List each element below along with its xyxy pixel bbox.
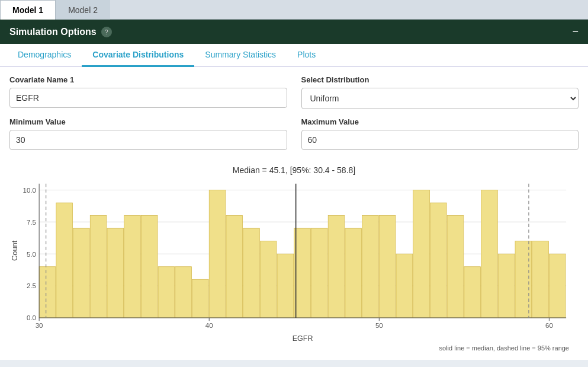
svg-rect-10 <box>39 267 56 318</box>
svg-rect-36 <box>481 190 498 318</box>
svg-text:50: 50 <box>375 321 383 329</box>
svg-rect-24 <box>277 254 294 318</box>
svg-rect-15 <box>124 216 141 318</box>
tab-summary-statistics[interactable]: Summary Statistics <box>194 44 287 67</box>
svg-rect-26 <box>311 228 327 318</box>
svg-rect-31 <box>396 254 413 318</box>
svg-text:10.0: 10.0 <box>23 186 37 194</box>
tab-demographics[interactable]: Demographics <box>7 44 82 67</box>
minimize-button[interactable]: − <box>572 25 579 38</box>
svg-rect-34 <box>447 216 464 318</box>
sim-header-left: Simulation Options ? <box>9 27 112 37</box>
svg-text:0.0: 0.0 <box>27 314 36 321</box>
tab-model2[interactable]: Model 2 <box>56 0 110 20</box>
svg-rect-12 <box>73 228 90 318</box>
form-row-bottom: Minimum Value Maximum Value <box>9 117 579 150</box>
svg-text:7.5: 7.5 <box>27 218 36 226</box>
svg-rect-18 <box>175 267 192 318</box>
maximum-value-group: Maximum Value <box>301 117 579 150</box>
chart-legend: solid line = median, dashed line = 95% r… <box>9 343 579 354</box>
svg-rect-23 <box>260 241 277 318</box>
svg-text:2.5: 2.5 <box>27 282 36 289</box>
select-distribution-group: Select Distribution Uniform Normal Log-N… <box>301 75 579 109</box>
svg-rect-39 <box>532 241 549 318</box>
select-distribution-label: Select Distribution <box>301 75 579 84</box>
maximum-value-input[interactable] <box>301 130 579 150</box>
svg-rect-22 <box>243 228 260 318</box>
svg-rect-17 <box>158 267 175 318</box>
svg-rect-33 <box>430 203 446 318</box>
svg-rect-25 <box>294 228 311 318</box>
chart-title: Median = 45.1, [95%: 30.4 - 58.8] <box>9 165 579 175</box>
svg-rect-35 <box>464 267 481 318</box>
minimum-value-group: Minimum Value <box>9 117 287 150</box>
svg-text:Count: Count <box>10 240 19 261</box>
simulation-options-title: Simulation Options <box>9 27 97 37</box>
svg-rect-20 <box>209 190 226 318</box>
maximum-value-label: Maximum Value <box>301 117 579 126</box>
help-icon[interactable]: ? <box>101 27 112 37</box>
svg-rect-28 <box>345 228 362 318</box>
tab-plots[interactable]: Plots <box>287 44 326 67</box>
svg-rect-14 <box>107 228 124 318</box>
inner-tabs-bar: Demographics Covariate Distributions Sum… <box>0 44 588 67</box>
form-section: Covariate Name 1 Select Distribution Uni… <box>0 67 588 163</box>
simulation-options-header: Simulation Options ? − <box>0 20 588 44</box>
chart-container: Median = 45.1, [95%: 30.4 - 58.8] 0.02.5… <box>0 163 588 360</box>
svg-rect-27 <box>328 216 345 318</box>
svg-rect-32 <box>413 190 430 318</box>
distribution-select[interactable]: Uniform Normal Log-Normal Fixed <box>301 88 579 109</box>
svg-text:30: 30 <box>36 321 43 329</box>
top-tabs-bar: Model 1 Model 2 <box>0 0 588 20</box>
svg-rect-16 <box>141 216 158 318</box>
covariate-name-group: Covariate Name 1 <box>9 75 287 109</box>
svg-text:EGFR: EGFR <box>293 334 313 343</box>
svg-text:5.0: 5.0 <box>27 250 36 257</box>
svg-rect-40 <box>549 254 565 318</box>
svg-text:60: 60 <box>545 321 553 329</box>
chart-wrap: 0.02.55.07.510.030405060CountEGFR <box>9 177 579 343</box>
covariate-name-label: Covariate Name 1 <box>9 75 287 84</box>
tab-model1[interactable]: Model 1 <box>0 0 56 20</box>
minimum-value-label: Minimum Value <box>9 117 287 126</box>
svg-rect-19 <box>192 279 209 318</box>
svg-rect-30 <box>379 216 396 318</box>
histogram-chart: 0.02.55.07.510.030405060CountEGFR <box>9 177 579 343</box>
minimum-value-input[interactable] <box>9 130 287 150</box>
covariate-name-input[interactable] <box>9 88 287 108</box>
tab-covariate-distributions[interactable]: Covariate Distributions <box>82 44 194 67</box>
svg-rect-37 <box>498 254 515 318</box>
svg-rect-11 <box>56 203 73 318</box>
svg-text:40: 40 <box>205 321 213 329</box>
svg-rect-21 <box>226 216 243 318</box>
svg-rect-29 <box>362 216 379 318</box>
svg-rect-13 <box>90 216 107 318</box>
main-content: Demographics Covariate Distributions Sum… <box>0 44 588 360</box>
form-row-top: Covariate Name 1 Select Distribution Uni… <box>9 75 579 109</box>
